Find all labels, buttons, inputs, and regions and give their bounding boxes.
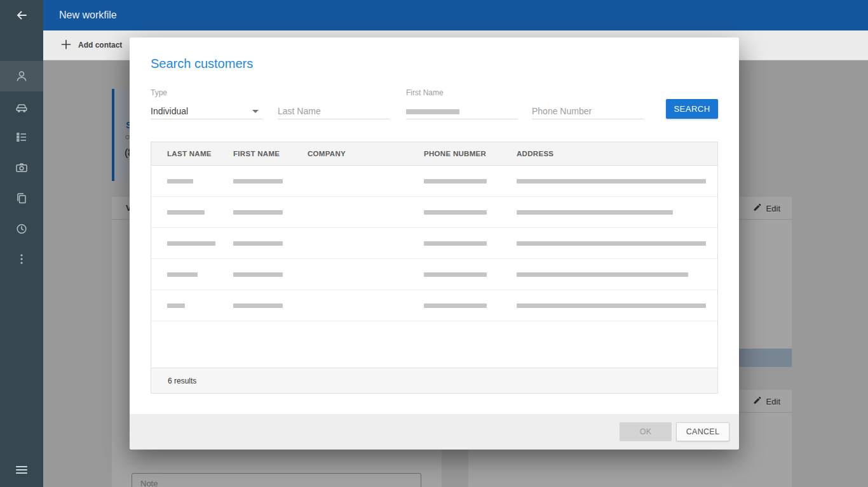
results-count: 6 results (168, 377, 196, 385)
redacted-text-bar (424, 304, 487, 308)
redacted-text-bar (167, 241, 215, 246)
table-row[interactable] (151, 166, 717, 197)
cancel-button[interactable]: CANCEL (676, 422, 729, 441)
table-cell (424, 241, 517, 246)
table-row[interactable] (151, 197, 717, 228)
first-name-field[interactable] (406, 103, 518, 119)
phone-input[interactable] (532, 106, 644, 116)
camera-icon (15, 161, 29, 175)
table-cell (167, 272, 233, 277)
table-cell (233, 304, 308, 308)
table-cell (233, 179, 308, 183)
redacted-text-bar (424, 241, 487, 246)
table-cell (424, 272, 517, 277)
page-title: New workfile (59, 0, 117, 30)
chevron-down-icon (252, 110, 259, 113)
last-name-input[interactable] (278, 106, 390, 116)
column-header: ADDRESS (517, 150, 717, 157)
sidebar-item-history[interactable] (0, 213, 43, 244)
redacted-text-bar (517, 210, 673, 215)
sidebar (0, 0, 43, 487)
column-header: FIRST NAME (233, 150, 308, 157)
add-contact-label: Add contact (78, 41, 122, 50)
table-row[interactable] (151, 228, 717, 259)
hamburger-menu-icon (15, 465, 28, 475)
table-cell (517, 179, 717, 183)
car-icon (15, 100, 29, 114)
first-name-label: First Name (406, 88, 444, 97)
redacted-text-bar (424, 179, 487, 183)
table-cell (167, 304, 233, 308)
sidebar-item-documents[interactable] (0, 183, 43, 213)
table-cell (424, 210, 517, 215)
redacted-text-bar (424, 210, 487, 215)
redacted-text-bar (517, 272, 688, 277)
menu-button[interactable] (0, 455, 43, 485)
table-row[interactable] (151, 259, 717, 290)
first-name-redacted-bar (406, 109, 459, 114)
sidebar-item-contacts[interactable] (0, 61, 43, 91)
redacted-text-bar (517, 179, 706, 183)
redacted-text-bar (233, 241, 283, 246)
table-cell (517, 304, 717, 308)
back-arrow-icon (15, 8, 29, 22)
more-vert-icon (15, 252, 29, 266)
history-icon (15, 222, 29, 236)
table-cell (167, 241, 233, 246)
column-header: LAST NAME (167, 150, 233, 157)
table-cell (233, 210, 308, 215)
table-cell (167, 210, 233, 215)
results-table-header: LAST NAMEFIRST NAMECOMPANYPHONE NUBMERAD… (151, 142, 717, 166)
table-row[interactable] (151, 290, 717, 321)
table-cell (517, 210, 717, 215)
last-name-field (278, 103, 390, 119)
table-cell (233, 241, 308, 246)
dialog-title: Search customers (151, 57, 253, 71)
table-cell (517, 272, 717, 277)
redacted-text-bar (167, 210, 205, 215)
column-header: PHONE NUBMER (424, 150, 517, 157)
app-header-bar: New workfile (43, 0, 868, 30)
results-table-footer: 6 results (151, 368, 717, 393)
redacted-text-bar (233, 272, 283, 277)
checklist-icon (15, 130, 29, 144)
clipboard-icon (15, 191, 29, 205)
results-table-body (151, 166, 717, 321)
table-cell (424, 179, 517, 183)
person-icon (15, 69, 29, 83)
table-cell (424, 304, 517, 308)
table-cell (167, 179, 233, 183)
type-selected-value: Individual (151, 106, 188, 116)
phone-field (532, 103, 644, 119)
redacted-text-bar (233, 179, 283, 183)
redacted-text-bar (167, 179, 193, 183)
type-label: Type (151, 88, 167, 97)
plus-icon (61, 39, 71, 51)
dialog-action-bar: OK CANCEL (130, 414, 739, 450)
redacted-text-bar (167, 272, 198, 277)
results-table: LAST NAMEFIRST NAMECOMPANYPHONE NUBMERAD… (151, 142, 718, 394)
add-contact-button[interactable]: Add contact (57, 30, 126, 60)
type-select[interactable]: Individual (151, 103, 262, 119)
column-header: COMPANY (308, 150, 424, 157)
redacted-text-bar (424, 272, 487, 277)
search-button[interactable]: SEARCH (666, 99, 718, 119)
search-customers-dialog: Search customers Type Individual First N… (130, 37, 739, 450)
sidebar-item-checklist[interactable] (0, 122, 43, 152)
table-cell (233, 272, 308, 277)
redacted-text-bar (517, 304, 706, 308)
sidebar-item-more[interactable] (0, 244, 43, 274)
sidebar-item-vehicle[interactable] (0, 91, 43, 122)
redacted-text-bar (233, 210, 283, 215)
table-cell (517, 241, 717, 246)
redacted-text-bar (167, 304, 185, 308)
redacted-text-bar (517, 241, 706, 246)
back-button[interactable] (0, 0, 43, 30)
sidebar-item-photos[interactable] (0, 152, 43, 183)
ok-button[interactable]: OK (620, 422, 672, 441)
redacted-text-bar (233, 304, 283, 308)
